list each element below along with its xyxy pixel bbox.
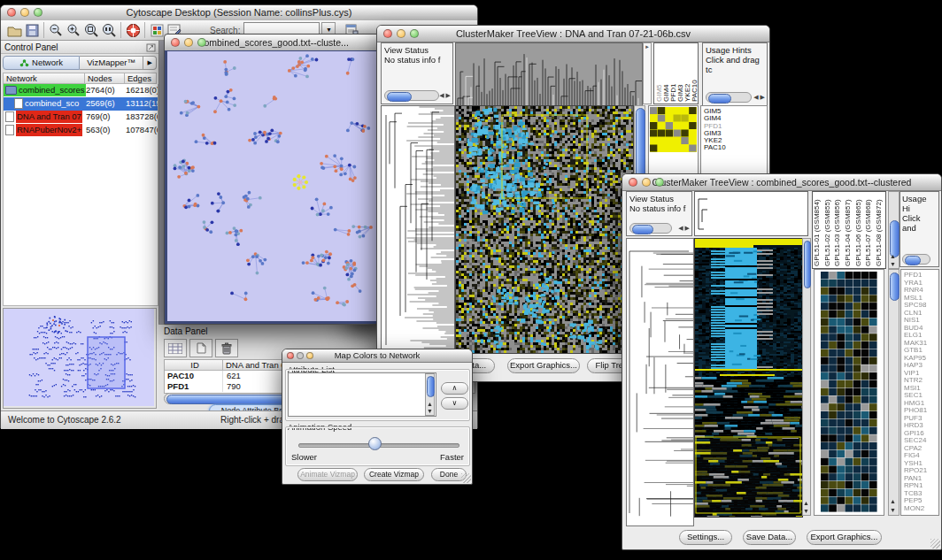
scrollbar-thumb[interactable]	[804, 241, 811, 288]
network-view-canvas[interactable]	[167, 51, 381, 319]
column-label[interactable]: GPL51-08 (GSM872)	[875, 194, 885, 266]
attribute-list-item[interactable]	[290, 374, 434, 382]
minimize-button[interactable]	[297, 352, 304, 359]
dialog-titlebar[interactable]: Map Colors to Network	[282, 349, 472, 363]
gene-label[interactable]: GPI16	[904, 430, 938, 438]
gene-label[interactable]: BUD4	[904, 325, 938, 333]
minimize-button[interactable]	[20, 8, 29, 17]
gene-label[interactable]: ELG1	[904, 332, 938, 340]
column-label[interactable]: PAC10	[691, 45, 698, 102]
gene-label[interactable]: CLN1	[904, 310, 938, 318]
gene-label[interactable]: SPC98	[904, 302, 938, 310]
column-header-id[interactable]: ID	[165, 360, 223, 371]
gene-label[interactable]: PHO81	[904, 407, 938, 415]
gene-label[interactable]: SEC1	[904, 392, 938, 400]
gene-label[interactable]: NIS1	[904, 317, 938, 325]
delete-attribute-trash-icon[interactable]	[215, 339, 238, 357]
gene-label[interactable]: RPO21	[904, 467, 938, 475]
save-icon[interactable]	[23, 22, 41, 38]
scroll-down-arrow[interactable]: ▼	[890, 507, 896, 513]
attribute-list-item[interactable]	[290, 413, 434, 417]
treeview2-row-dendrogram[interactable]	[626, 238, 694, 526]
help-lifebuoy-icon[interactable]	[124, 22, 142, 38]
new-attribute-icon[interactable]	[189, 339, 212, 357]
export-graphics-button[interactable]: Export Graphics...	[507, 358, 580, 373]
attribute-list-item[interactable]	[290, 390, 434, 398]
gene-label[interactable]: MON2	[904, 505, 938, 513]
gene-label[interactable]: NTR2	[904, 377, 938, 385]
scroll-up-arrow[interactable]: ▲	[890, 498, 896, 504]
column-label[interactable]: GPL51-03 (GSM856)	[833, 194, 844, 266]
open-file-icon[interactable]	[5, 22, 23, 38]
resize-grip[interactable]	[461, 473, 471, 483]
scroll-up-arrow[interactable]: ▲	[803, 500, 809, 506]
gene-label[interactable]: HMG1	[904, 400, 938, 408]
tab-overflow-arrow[interactable]: ▶	[143, 56, 157, 70]
column-label[interactable]: GIM3	[676, 45, 683, 102]
speed-slider-thumb[interactable]	[368, 437, 382, 450]
attribute-list-vscrollbar[interactable]: ▲ ▼	[425, 373, 435, 416]
save-data-button[interactable]: Save Data...	[743, 530, 796, 545]
gene-label[interactable]: RPN1	[904, 482, 938, 490]
network-overview-panel[interactable]	[3, 308, 157, 409]
gene-label[interactable]: KAP95	[904, 355, 938, 363]
column-label[interactable]: GIM5	[655, 45, 662, 102]
usage-hints-hscrollbar[interactable]	[706, 92, 752, 103]
column-label[interactable]: PFD1	[669, 45, 676, 102]
scroll-up-arrow[interactable]: ▲	[427, 401, 433, 407]
view-status-hscrollbar[interactable]	[384, 90, 439, 101]
scrollbar-thumb[interactable]	[890, 220, 900, 257]
gene-label[interactable]: YSH1	[904, 460, 938, 468]
gene-label[interactable]: PUF3	[904, 415, 938, 423]
column-label[interactable]: GPL51-07 (GSM868)	[864, 194, 875, 266]
scroll-down-arrow[interactable]: ▼	[427, 408, 433, 414]
column-label[interactable]: GIM4	[662, 45, 669, 102]
gene-label[interactable]: GTB1	[904, 347, 938, 355]
tab-vizmapper[interactable]: VizMapper™	[80, 56, 143, 70]
close-button[interactable]	[171, 38, 180, 47]
create-vizmap-button[interactable]: Create Vizmap	[364, 468, 424, 481]
gene-label[interactable]: HRD3	[904, 422, 938, 430]
treeview2-labels-vscrollbar[interactable]: ▲ ▼	[888, 191, 900, 269]
close-button[interactable]	[287, 352, 294, 359]
zoom-button[interactable]	[306, 352, 313, 359]
export-graphics-button[interactable]: Export Graphics...	[807, 530, 882, 545]
treeview1-divider-strip[interactable]: ▸	[643, 42, 652, 104]
zoom-in-icon[interactable]	[65, 22, 82, 38]
gene-label[interactable]: PEP5	[904, 497, 938, 505]
zoom-button[interactable]	[410, 29, 419, 38]
zoom-selected-icon[interactable]	[82, 22, 100, 38]
move-down-button[interactable]: ∨	[441, 397, 468, 410]
scroll-down-arrow[interactable]: ▼	[803, 508, 809, 514]
zoom-fit-icon[interactable]	[100, 22, 118, 38]
gene-label[interactable]: HAP3	[904, 362, 938, 370]
scrollbar-thumb[interactable]	[890, 272, 900, 301]
scrollbar-thumb[interactable]	[632, 225, 653, 234]
scroll-up-arrow[interactable]: ▲	[890, 253, 896, 259]
column-header-network[interactable]: Network	[3, 73, 85, 84]
treeview2-genes-vscrollbar[interactable]: ▲ ▼	[888, 269, 900, 516]
float-panel-icon[interactable]	[146, 42, 156, 56]
treeview2-heatmap-vscrollbar[interactable]: ▲ ▼	[802, 238, 811, 516]
scrollbar-thumb[interactable]	[708, 94, 731, 104]
close-button[interactable]	[383, 29, 392, 38]
animate-vizmap-button[interactable]: Animate Vizmap	[297, 468, 358, 481]
zoom-button[interactable]	[197, 38, 206, 47]
treeview1-titlebar[interactable]: ClusterMaker TreeView : DNA and Tran 07-…	[377, 26, 769, 42]
treeview1-heatmap[interactable]	[455, 105, 634, 354]
gene-label[interactable]: FIG4	[904, 452, 938, 460]
column-label[interactable]: GPL51-02 (GSM855)	[823, 194, 834, 266]
network-row-rnapuber[interactable]: RNAPuberNov2+ 563(0) 107847(0)	[4, 124, 158, 137]
treeview2-zoom-heatmap[interactable]	[821, 272, 877, 512]
gene-label[interactable]: YRA1	[904, 280, 938, 288]
vizmapper-icon[interactable]	[148, 22, 166, 38]
column-label[interactable]: GPL51-04 (GSM857)	[844, 194, 854, 266]
view-status-hscrollbar[interactable]	[629, 223, 672, 234]
attribute-list-item[interactable]	[290, 405, 434, 413]
gene-label[interactable]: MSL1	[904, 295, 938, 303]
settings-button[interactable]: Settings...	[679, 530, 732, 545]
scrollbar-thumb[interactable]	[427, 376, 435, 397]
gene-label[interactable]: TCB3	[904, 490, 938, 498]
gene-label[interactable]: PFD1	[904, 272, 938, 280]
attribute-list-item[interactable]	[290, 382, 434, 390]
